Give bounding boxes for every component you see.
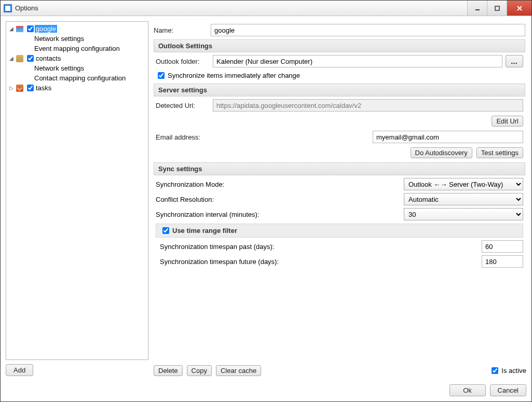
tree-item-label: google [35, 25, 57, 33]
window-buttons [467, 1, 531, 16]
email-label: Email address: [156, 133, 213, 141]
detected-url-input [213, 99, 523, 112]
cancel-button[interactable]: Cancel [490, 384, 526, 396]
interval-label: Synchronization interval (minutes): [156, 211, 291, 218]
email-input[interactable] [373, 131, 523, 143]
past-label: Synchronization timespan past (days): [160, 243, 295, 251]
tree-toggle-icon[interactable]: ▷ [8, 85, 15, 91]
future-input[interactable] [482, 255, 523, 268]
time-filter-label: Use time range filter [172, 227, 237, 234]
autodiscovery-button[interactable]: Do Autodiscovery [411, 147, 472, 158]
name-label: Name: [154, 26, 211, 34]
sync-mode-label: Synchronization Mode: [156, 181, 291, 188]
browse-folder-button[interactable]: … [506, 55, 523, 67]
delete-button[interactable]: Delete [154, 365, 183, 376]
tree-item-tasks[interactable]: ▷tasks [7, 83, 147, 93]
tree-subitem[interactable]: Network settings [7, 34, 147, 44]
add-button[interactable]: Add [6, 364, 33, 376]
ellipsis-icon: … [511, 58, 518, 65]
future-label: Synchronization timespan future (days): [160, 258, 295, 266]
app-icon [4, 4, 12, 12]
tree-subitem[interactable]: Contact mapping configuration [7, 73, 147, 83]
copy-button[interactable]: Copy [187, 365, 212, 376]
is-active-checkbox[interactable] [492, 367, 498, 374]
tree-item-label: tasks [35, 84, 52, 92]
tree-item-google[interactable]: ◢google [7, 24, 147, 34]
tree-subitem-label: Event mapping configuration [33, 45, 121, 52]
titlebar: Options [1, 1, 531, 16]
clear-cache-button[interactable]: Clear cache [216, 365, 261, 376]
window-title: Options [15, 4, 38, 12]
tree-checkbox[interactable] [27, 85, 34, 91]
name-input[interactable] [211, 24, 525, 36]
svg-rect-1 [495, 6, 499, 10]
dialog-footer: Ok Cancel [1, 381, 531, 401]
tasks-icon [16, 84, 24, 92]
minimize-icon [474, 5, 481, 11]
tree-subitem-label: Network settings [33, 35, 85, 43]
minimize-button[interactable] [467, 1, 487, 16]
calendar-icon [16, 25, 24, 33]
tree-toggle-icon[interactable]: ◢ [8, 26, 15, 32]
contacts-icon [16, 54, 24, 63]
tree-toggle-icon[interactable]: ◢ [8, 56, 15, 61]
outlook-folder-input[interactable] [213, 55, 502, 67]
main-panel: Name: Outlook Settings Outlook folder: …… [154, 21, 526, 376]
maximize-icon [494, 5, 500, 11]
close-icon [516, 5, 523, 12]
is-active-label: Is active [501, 367, 526, 375]
maximize-button[interactable] [487, 1, 507, 16]
close-button[interactable] [507, 1, 531, 16]
test-settings-button[interactable]: Test settings [476, 147, 523, 158]
options-window: Options ◢googleNetwork settingsEvent map… [0, 0, 532, 402]
tree-item-label: contacts [35, 54, 62, 62]
outlook-folder-label: Outlook folder: [156, 58, 213, 65]
outlook-section-header: Outlook Settings [154, 39, 525, 52]
tree-item-contacts[interactable]: ◢contacts [7, 53, 147, 63]
tree-subitem[interactable]: Event mapping configuration [7, 44, 147, 53]
conflict-label: Conflict Resolution: [156, 196, 291, 203]
sync-mode-select[interactable]: Outlook ←→ Server (Two-Way) [404, 178, 523, 190]
tree-checkbox[interactable] [27, 55, 34, 62]
tree-subitem-label: Contact mapping configuration [33, 74, 127, 82]
past-input[interactable] [482, 240, 523, 253]
ok-button[interactable]: Ok [449, 384, 486, 396]
sync-immediate-checkbox[interactable] [158, 72, 165, 79]
sidebar: ◢googleNetwork settingsEvent mapping con… [6, 21, 148, 376]
edit-url-button[interactable]: Edit Url [492, 116, 523, 127]
detected-url-label: Detected Url: [156, 102, 213, 109]
sync-immediate-label: Synchronize items immediately after chan… [168, 72, 300, 79]
tree-subitem-label: Network settings [33, 64, 85, 72]
profile-tree[interactable]: ◢googleNetwork settingsEvent mapping con… [6, 21, 148, 360]
body: ◢googleNetwork settingsEvent mapping con… [1, 16, 531, 381]
tree-subitem[interactable]: Network settings [7, 63, 147, 73]
server-section-header: Server settings [154, 84, 525, 96]
time-filter-checkbox[interactable] [162, 227, 169, 234]
sync-section-header: Sync settings [154, 162, 525, 175]
tree-checkbox[interactable] [27, 25, 34, 32]
conflict-select[interactable]: Automatic [404, 193, 523, 205]
interval-select[interactable]: 30 [404, 208, 523, 220]
